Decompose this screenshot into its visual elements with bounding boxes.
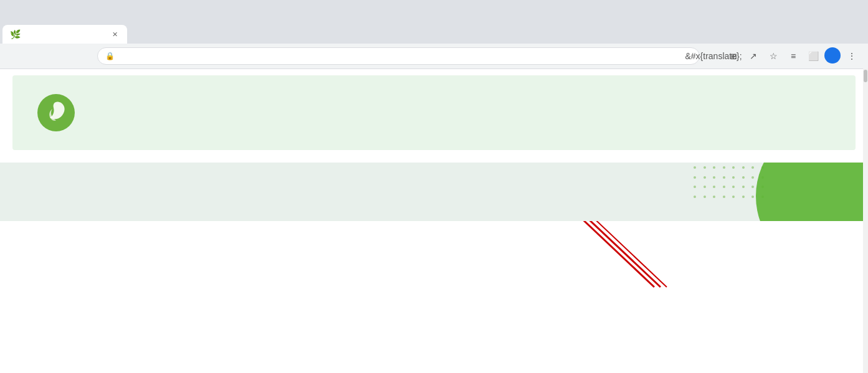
- dot: [694, 176, 696, 179]
- dot: [703, 166, 706, 169]
- refresh-button[interactable]: [52, 47, 70, 65]
- quickstart-section: [12, 75, 856, 150]
- dot: [713, 176, 715, 179]
- profile-menu-icon[interactable]: ≡: [785, 47, 802, 65]
- dot: [732, 176, 735, 179]
- new-tab-button[interactable]: [130, 26, 147, 44]
- menu-icon[interactable]: ⋮: [843, 47, 861, 65]
- get-support-column: [310, 187, 558, 196]
- tab-bar: 🌿 ✕: [0, 21, 868, 44]
- tab-favicon: 🌿: [10, 29, 21, 39]
- dot: [732, 186, 735, 188]
- share-icon[interactable]: ↗: [745, 47, 762, 65]
- title-bar: [0, 0, 868, 21]
- dot: [703, 186, 706, 188]
- bottom-section: // Generate dots dynamically const dotsC…: [0, 163, 868, 221]
- window-controls: [829, 6, 863, 15]
- dot: [751, 166, 754, 169]
- minimize-button[interactable]: [829, 6, 838, 15]
- dot: [742, 196, 745, 198]
- dot: [742, 166, 745, 169]
- page-content: // Generate dots dynamically const dotsC…: [0, 69, 868, 221]
- dot: [713, 196, 715, 198]
- dot: [723, 186, 725, 188]
- forward-button[interactable]: [30, 47, 47, 65]
- dot: [742, 176, 745, 179]
- dot: [713, 166, 715, 169]
- dot: [751, 196, 754, 198]
- dot: [703, 196, 706, 198]
- url-bar[interactable]: 🔒: [97, 47, 700, 65]
- dot: [694, 196, 696, 198]
- translate-icon-btn[interactable]: ⊞: [725, 47, 742, 65]
- dot: [713, 186, 715, 188]
- green-circle-decoration: [756, 163, 868, 221]
- active-tab[interactable]: 🌿 ✕: [2, 25, 127, 44]
- dot: [732, 166, 735, 169]
- dot: [723, 176, 725, 179]
- dot: [694, 186, 696, 188]
- dot: [751, 186, 754, 188]
- spring-logo: [37, 94, 75, 131]
- address-bar: 🔒 &#x{translate}; ⊞ ↗ ☆ ≡ ⬜ ⋮: [0, 44, 868, 68]
- dot: [742, 186, 745, 188]
- user-avatar[interactable]: [824, 47, 841, 64]
- toolbar-icons: &#x{translate}; ⊞ ↗ ☆ ≡ ⬜ ⋮: [705, 47, 861, 65]
- dot: [751, 176, 754, 179]
- lock-icon: 🔒: [105, 52, 115, 60]
- maximize-button[interactable]: [842, 6, 851, 15]
- scrollbar[interactable]: [863, 68, 868, 373]
- dot: [703, 176, 706, 179]
- scrollbar-thumb[interactable]: [864, 70, 867, 82]
- tab-close-button[interactable]: ✕: [110, 29, 120, 39]
- get-ahead-column: [37, 187, 285, 196]
- dot: [732, 196, 735, 198]
- translate-icon[interactable]: &#x{translate};: [705, 47, 722, 65]
- bookmark-icon[interactable]: ☆: [765, 47, 782, 65]
- dot: [694, 166, 696, 169]
- split-view-icon[interactable]: ⬜: [804, 47, 822, 65]
- dot: [723, 196, 725, 198]
- back-button[interactable]: [7, 47, 25, 65]
- dot: [723, 166, 725, 169]
- home-button[interactable]: [75, 47, 92, 65]
- close-button[interactable]: [854, 6, 863, 15]
